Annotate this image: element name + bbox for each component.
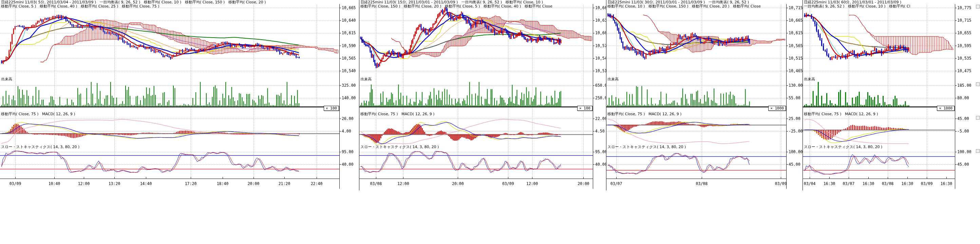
price-axis-label: 10,475 bbox=[957, 69, 972, 73]
price-axis-label: 10,60 bbox=[595, 31, 606, 35]
price-axis-label: 10,595 bbox=[957, 44, 972, 48]
stoch-axis-label: 40.00 bbox=[342, 162, 353, 166]
time-axis-label: 18:40 bbox=[217, 182, 229, 186]
price-axis-label: 10,515 bbox=[789, 56, 803, 60]
price-axis-label: 10,640 bbox=[342, 18, 356, 22]
price-axis-label: 10,715 bbox=[789, 6, 803, 10]
stoch-axis-label: 45.00 bbox=[957, 162, 969, 166]
macd-axis-label: -5.00 bbox=[957, 129, 969, 133]
chart-title-line2: 一目均衡表( 9, 26, 52 ) 移動平均( Close, 10 ) 移動平… bbox=[804, 5, 955, 8]
pane-handle-icon[interactable] bbox=[976, 82, 980, 86]
time-axis-label: 03/09 bbox=[10, 182, 21, 186]
price-axis-label: 10,715 bbox=[957, 18, 972, 22]
time-axis-label: 17:20 bbox=[185, 182, 197, 186]
time-axis-label: 03/09 bbox=[775, 182, 787, 186]
stoch-axis-label: 95.00 bbox=[342, 150, 353, 154]
time-axis-label: 03/08 bbox=[370, 182, 382, 186]
macd-pane-label: 移動平均( Close, 75 ) MACD( 12, 26, 9 ) bbox=[360, 112, 435, 116]
time-axis-label: 22:40 bbox=[311, 182, 323, 186]
time-axis-label: 03/09 bbox=[502, 182, 514, 186]
volume-multiplier-badge: × 100 bbox=[324, 106, 339, 111]
macd-axis-label: 25.00 bbox=[789, 117, 800, 120]
volume-pane-label: 出来高 bbox=[804, 77, 815, 81]
price-axis-label: 10,51 bbox=[595, 69, 606, 73]
volume-axis-label: 250.0 bbox=[595, 96, 606, 100]
stoch-pane-label: スロー・ストキャスティクス( 14, 3, 80, 20 ) bbox=[804, 145, 882, 149]
time-axis-label: 16:30 bbox=[941, 182, 953, 186]
time-axis-label: 13:20 bbox=[108, 182, 121, 186]
volume-axis-label: 650.0 bbox=[595, 83, 606, 87]
time-axis-label: 12:00 bbox=[397, 182, 409, 186]
price-axis-label: 10,655 bbox=[957, 31, 972, 35]
chart-panel-15min: 日経225mini 11/03( 15分, 2011/03/01 - 2011/… bbox=[359, 0, 606, 190]
chart-title-line2: 移動平均( Close, 5 ) 移動平均( Close, 40 ) 移動平均(… bbox=[1, 5, 339, 8]
price-axis-label: 10,775 bbox=[957, 6, 972, 10]
macd-axis-label: 4.00 bbox=[342, 129, 351, 133]
chart-title-line1: 日経225mini 11/03( 60分, 2011/03/01 - 2011/… bbox=[804, 0, 955, 4]
price-axis-label: 10,665 bbox=[789, 18, 803, 22]
price-axis-label: 10,54 bbox=[595, 56, 606, 60]
macd-pane-label: 移動平均( Close, 75 ) MACD( 12, 26, 9 ) bbox=[1, 112, 75, 116]
stoch-pane-label: スロー・ストキャスティクス( 14, 3, 80, 20 ) bbox=[608, 145, 686, 149]
pane-handle-icon[interactable] bbox=[976, 149, 980, 153]
volume-axis-label: 80.00 bbox=[957, 96, 969, 100]
volume-pane-label: 出来高 bbox=[608, 77, 619, 81]
volume-multiplier-badge: × 1000 bbox=[937, 106, 955, 111]
chart-canvas[interactable] bbox=[606, 0, 803, 190]
pane-handle-icon[interactable] bbox=[976, 5, 980, 8]
macd-axis-label: 22.00 bbox=[595, 117, 606, 120]
macd-axis-label: -25.00 bbox=[789, 129, 803, 133]
time-axis-label: 03/07 bbox=[611, 182, 622, 186]
macd-pane-label: 移動平均( Close, 75 ) MACD( 12, 26, 9 ) bbox=[608, 112, 682, 116]
time-axis-label: 03/07 bbox=[843, 182, 855, 186]
chart-title-line1: 日経225mini 11/03( 5分, 2011/03/04 - 2011/0… bbox=[1, 0, 339, 4]
stoch-pane-label: スロー・ストキャスティクス( 14, 3, 80, 20 ) bbox=[360, 145, 439, 149]
volume-axis-label: 55.00 bbox=[789, 96, 800, 100]
chart-canvas[interactable] bbox=[803, 0, 980, 190]
time-axis-label: 12:00 bbox=[78, 182, 90, 186]
time-axis-label: 16:30 bbox=[824, 182, 835, 186]
time-axis-label: 16:30 bbox=[862, 182, 875, 186]
chart-canvas[interactable] bbox=[360, 0, 606, 190]
price-axis-label: 10,63 bbox=[595, 18, 606, 22]
chart-title-line1: 日経225mini 11/03( 30分, 2011/03/01 - 2011/… bbox=[608, 0, 786, 4]
time-axis-label: 12:00 bbox=[526, 182, 538, 186]
macd-axis-label: 26.00 bbox=[342, 117, 353, 120]
price-axis-label: 10,590 bbox=[342, 44, 356, 48]
time-axis-label: 10:40 bbox=[49, 182, 60, 186]
stoch-axis-label: 100.00 bbox=[789, 150, 803, 154]
chart-canvas[interactable] bbox=[0, 0, 359, 190]
volume-axis-label: 185.00 bbox=[957, 83, 972, 87]
time-axis-label: 14:40 bbox=[140, 182, 152, 186]
time-axis-label: 03/08 bbox=[882, 182, 894, 186]
stoch-axis-label: 100.00 bbox=[957, 150, 972, 154]
time-axis-label: 03/04 bbox=[804, 182, 816, 186]
price-axis-label: 10,615 bbox=[342, 31, 356, 35]
price-axis-label: 10,66 bbox=[595, 6, 606, 10]
volume-axis-label: 140.00 bbox=[342, 96, 356, 100]
volume-multiplier-badge: × 100 bbox=[577, 106, 592, 111]
stoch-axis-label: 45.00 bbox=[789, 162, 800, 166]
chart-panel-5min: 日経225mini 11/03( 5分, 2011/03/04 - 2011/0… bbox=[0, 0, 359, 190]
volume-pane-label: 出来高 bbox=[360, 77, 372, 81]
chart-title-line1: 日経225mini 11/03( 15分, 2011/03/01 - 2011/… bbox=[360, 0, 592, 4]
price-axis-label: 10,615 bbox=[789, 31, 803, 35]
macd-axis-label: 45.00 bbox=[957, 117, 969, 120]
stoch-axis-label: 40.00 bbox=[595, 162, 606, 166]
macd-pane-label: 移動平均( Close, 75 ) MACD( 12, 26, 9 ) bbox=[804, 112, 878, 116]
price-axis-label: 10,465 bbox=[789, 69, 803, 73]
price-axis-label: 10,565 bbox=[342, 56, 356, 60]
volume-multiplier-badge: × 1000 bbox=[768, 106, 786, 111]
pane-handle-icon[interactable] bbox=[976, 116, 980, 120]
time-axis-label: 20:00 bbox=[578, 182, 589, 186]
price-axis-label: 10,535 bbox=[957, 56, 972, 60]
time-axis-label: 03/08 bbox=[696, 182, 708, 186]
price-axis-label: 10,665 bbox=[342, 6, 356, 10]
price-axis-label: 10,565 bbox=[789, 44, 803, 48]
time-axis-label: 20:00 bbox=[452, 182, 464, 186]
chart-panel-30min: 日経225mini 11/03( 30分, 2011/03/01 - 2011/… bbox=[606, 0, 803, 190]
macd-axis-label: 4.50 bbox=[595, 129, 605, 133]
time-axis-label: 20:00 bbox=[248, 182, 259, 186]
time-axis-label: 16:30 bbox=[901, 182, 913, 186]
stoch-pane-label: スロー・ストキャスティクス( 14, 3, 80, 20 ) bbox=[1, 145, 80, 149]
